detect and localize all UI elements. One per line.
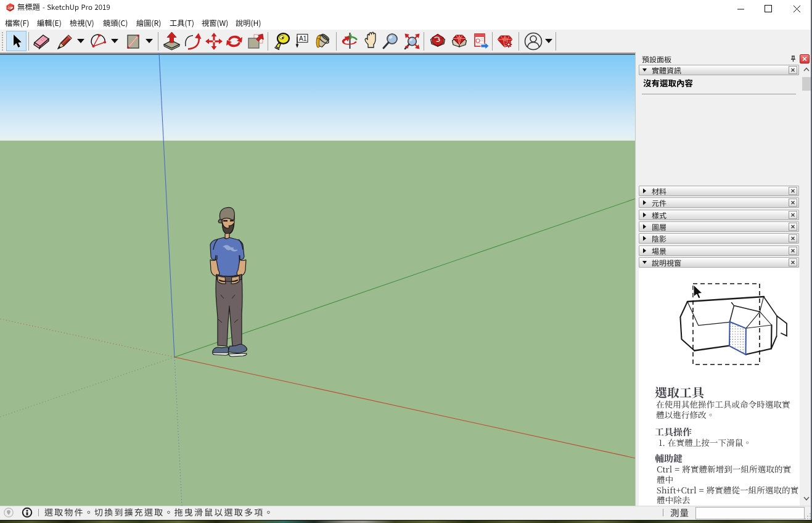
svg-text:A1: A1 <box>299 35 307 42</box>
